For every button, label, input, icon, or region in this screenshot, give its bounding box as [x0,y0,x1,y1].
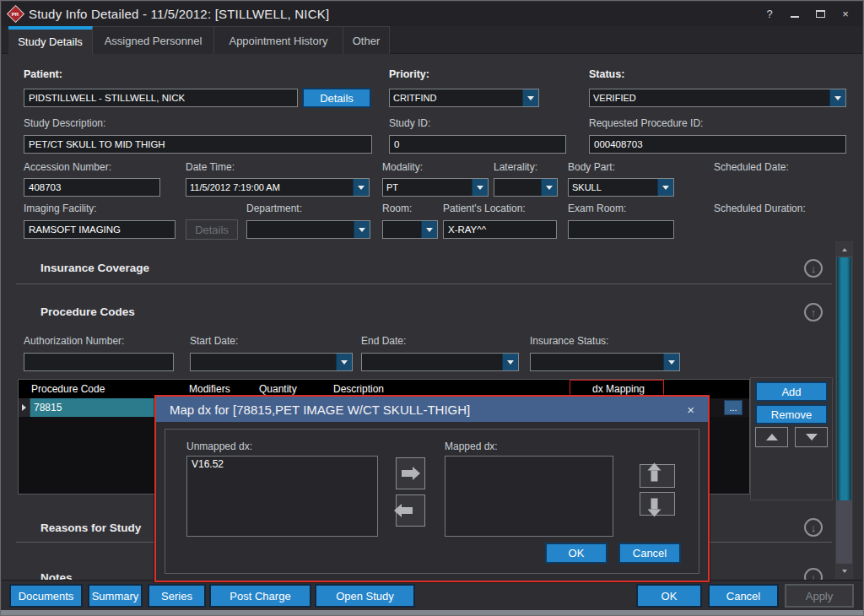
scrollbar-up-button[interactable] [836,242,852,257]
dropdown-arrow-icon[interactable] [541,179,557,196]
patients-location-field[interactable]: X-RAY^^ [443,220,557,239]
facility-details-button-disabled: Details [186,219,238,240]
authorization-number-label: Authorization Number: [24,335,124,347]
study-info-detailed-window: PR Study Info Detailed - 11/5/2012: [STI… [0,0,864,616]
map-dx-right-button[interactable] [396,457,425,489]
post-charge-button[interactable]: Post Charge [209,584,311,608]
body-part-dropdown[interactable]: SKULL [568,178,674,197]
open-study-button[interactable]: Open Study [315,584,415,608]
dropdown-arrow-icon[interactable] [353,179,369,196]
accession-number-field[interactable]: 408703 [24,178,160,197]
map-dx-left-button[interactable] [396,494,425,527]
cancel-button[interactable]: Cancel [708,584,779,608]
scheduled-date-label: Scheduled Date: [714,161,789,173]
move-row-down-button[interactable] [795,427,828,447]
status-label: Status: [589,68,624,80]
date-time-dropdown[interactable]: 11/5/2012 7:19:00 AM [186,178,370,197]
dropdown-arrow-icon[interactable] [657,179,673,196]
study-id-label: Study ID: [389,117,430,129]
minimize-icon [791,16,799,18]
end-date-label: End Date: [361,335,406,347]
mapped-dx-listbox[interactable] [445,456,613,537]
study-description-field[interactable]: PET/CT SKULL TO MID THIGH [24,135,372,154]
insurance-status-dropdown[interactable] [530,353,680,371]
move-row-up-button[interactable] [755,427,788,447]
row-selector-cell [19,398,30,417]
dialog-close-button[interactable]: × [687,403,694,417]
patient-label: Patient: [24,68,62,80]
help-button[interactable]: ? [763,8,776,21]
summary-button[interactable]: Summary [88,584,143,608]
down-triangle-icon [806,434,818,440]
body-part-label: Body Part: [568,161,615,173]
tab-other[interactable]: Other [343,26,390,54]
vertical-scrollbar[interactable] [835,241,853,579]
arrow-up-icon [651,471,657,482]
dropdown-arrow-icon[interactable] [421,221,437,238]
scrollbar-thumb[interactable] [837,257,851,500]
unmapped-dx-listbox[interactable]: V16.52 [186,456,378,537]
end-date-dropdown[interactable] [361,353,519,371]
dropdown-arrow-icon[interactable] [663,354,679,370]
dropdown-arrow-icon[interactable] [502,354,518,370]
tab-assigned-personnel[interactable]: Assigned Personnel [93,26,214,54]
imaging-facility-label: Imaging Facility: [24,203,97,214]
ok-button[interactable]: OK [636,584,702,608]
tab-appointment-history[interactable]: Appointment History [214,26,343,54]
patient-field[interactable]: PIDSTILLWELL - STILLWELL, NICK [24,89,298,107]
laterality-label: Laterality: [494,161,537,173]
down-triangle-icon [842,570,847,573]
insurance-coverage-expand-icon[interactable]: ↓ [804,259,823,278]
study-id-field[interactable]: 0 [389,135,566,154]
tab-study-details[interactable]: Study Details [8,26,93,55]
laterality-dropdown[interactable] [494,178,558,197]
dx-mapping-ellipsis-button[interactable]: ... [724,400,742,415]
mapped-dx-move-down-button[interactable] [640,492,675,516]
department-dropdown[interactable] [246,220,370,239]
series-button[interactable]: Series [148,584,206,608]
authorization-number-field[interactable] [24,353,174,371]
modality-label: Modality: [382,161,423,173]
exam-room-label: Exam Room: [568,203,626,214]
column-header-procedure-code[interactable]: Procedure Code [31,380,105,398]
status-dropdown[interactable]: VERIFIED [589,89,846,107]
modality-dropdown[interactable]: PT [382,178,489,197]
dropdown-arrow-icon[interactable] [354,221,370,238]
requested-procedure-id-field[interactable]: 000408703 [589,135,846,154]
arrow-down-icon [651,499,657,510]
map-dx-cancel-button[interactable]: Cancel [618,543,681,564]
reasons-for-study-expand-icon[interactable]: ↓ [804,518,823,537]
unmapped-dx-label: Unmapped dx: [186,440,252,452]
dropdown-arrow-icon[interactable] [829,89,845,106]
patient-details-button[interactable]: Details [302,88,371,108]
unmapped-dx-item[interactable]: V16.52 [187,457,377,472]
close-button[interactable]: × [839,8,852,21]
room-dropdown[interactable] [382,220,438,239]
map-dx-dialog-title-bar: Map dx for [78815,PET IMAGE W/CT SKULL-T… [156,397,708,422]
room-label: Room: [382,203,412,214]
title-bar: PR Study Info Detailed - 11/5/2012: [STI… [2,2,862,26]
arrow-left-icon [402,507,413,514]
priority-dropdown[interactable]: CRITFIND [389,89,539,107]
patients-location-label: Patient's Location: [443,203,526,214]
documents-button[interactable]: Documents [9,584,83,608]
mapped-dx-move-up-button[interactable] [640,464,675,488]
scrollbar-down-button[interactable] [836,564,852,578]
scheduled-duration-label: Scheduled Duration: [714,203,806,214]
start-date-dropdown[interactable] [190,353,353,371]
app-logo-icon: PR [7,5,24,23]
maximize-button[interactable] [813,8,827,21]
insurance-status-label: Insurance Status: [530,335,608,347]
map-dx-ok-button[interactable]: OK [545,543,608,564]
dropdown-arrow-icon[interactable] [522,89,538,106]
minimize-button[interactable] [788,8,802,21]
procedure-codes-collapse-icon[interactable]: ↑ [804,303,823,322]
remove-procedure-button[interactable]: Remove [755,404,828,424]
dropdown-arrow-icon[interactable] [472,179,488,196]
imaging-facility-field[interactable]: RAMSOFT IMAGING [24,220,176,239]
exam-room-field[interactable] [568,220,674,239]
map-dx-dialog: Map dx for [78815,PET IMAGE W/CT SKULL-T… [154,395,710,582]
add-procedure-button[interactable]: Add [755,381,828,402]
dropdown-arrow-icon[interactable] [336,354,352,370]
study-description-label: Study Description: [24,117,105,129]
